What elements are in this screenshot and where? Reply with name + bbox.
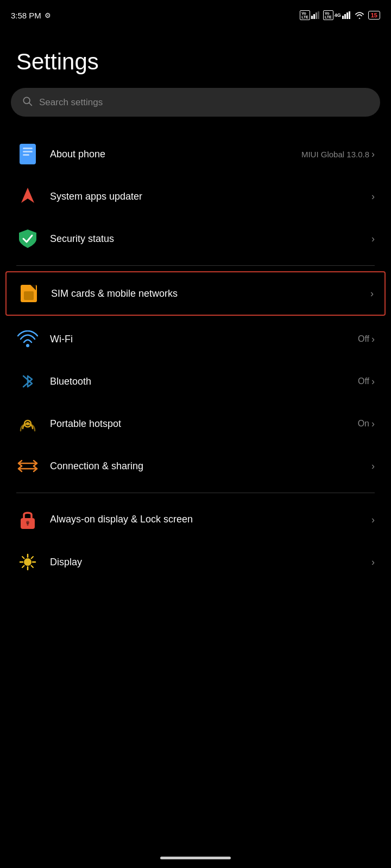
- svg-rect-2: [316, 12, 317, 19]
- svg-rect-17: [24, 291, 34, 300]
- status-icons: VoLTE VoLTE 4G 1: [300, 10, 380, 20]
- volte-badge-1: VoLTE: [300, 10, 310, 20]
- time-text: 3:58 PM: [11, 11, 41, 20]
- wifi-label: Wi-Fi: [50, 334, 73, 345]
- settings-gear-icon: ⚙: [45, 11, 51, 20]
- sim-cards-label: SIM cards & mobile networks: [51, 288, 178, 299]
- hotspot-value: On: [358, 419, 369, 429]
- svg-line-29: [22, 557, 24, 559]
- settings-item-connection-sharing[interactable]: Connection & sharing ›: [0, 445, 391, 487]
- svg-line-9: [29, 103, 32, 106]
- home-indicator: [160, 857, 231, 859]
- about-phone-right: MIUI Global 13.0.8 ›: [301, 149, 375, 160]
- bluetooth-icon: [16, 370, 39, 393]
- about-phone-value: MIUI Global 13.0.8: [301, 150, 369, 159]
- signal-bars-2: [342, 11, 351, 19]
- svg-rect-23: [27, 522, 29, 526]
- about-phone-content: About phone MIUI Global 13.0.8 ›: [50, 149, 375, 160]
- search-container[interactable]: Search settings: [0, 88, 391, 133]
- display-content: Display ›: [50, 557, 375, 568]
- system-apps-content: System apps updater ›: [50, 191, 375, 202]
- svg-rect-12: [23, 151, 33, 152]
- about-phone-chevron: ›: [371, 149, 375, 160]
- settings-item-system-apps-updater[interactable]: System apps updater ›: [0, 175, 391, 218]
- always-on-display-chevron: ›: [371, 514, 375, 526]
- search-placeholder-text: Search settings: [39, 97, 103, 108]
- search-icon: [22, 95, 33, 109]
- connection-sharing-label: Connection & sharing: [50, 461, 143, 472]
- security-status-content: Security status ›: [50, 233, 375, 245]
- battery-level: 15: [371, 12, 377, 18]
- sim-cards-icon: [17, 282, 40, 305]
- section-top: About phone MIUI Global 13.0.8 › System …: [0, 133, 391, 260]
- bluetooth-chevron: ›: [371, 376, 375, 387]
- svg-rect-13: [23, 154, 29, 156]
- wifi-content: Wi-Fi Off ›: [50, 334, 375, 345]
- svg-rect-0: [311, 16, 313, 19]
- divider-2: [16, 493, 375, 493]
- bluetooth-value: Off: [358, 376, 369, 386]
- about-phone-icon: [16, 143, 39, 165]
- section-connectivity: SIM cards & mobile networks › Wi-Fi Off …: [0, 271, 391, 487]
- svg-marker-14: [21, 188, 34, 203]
- hotspot-label: Portable hotspot: [50, 418, 121, 430]
- settings-item-sim-cards[interactable]: SIM cards & mobile networks ›: [5, 271, 386, 316]
- security-status-chevron: ›: [371, 233, 375, 245]
- wifi-right: Off ›: [358, 334, 375, 345]
- settings-item-bluetooth[interactable]: Bluetooth Off ›: [0, 360, 391, 403]
- sim-cards-chevron: ›: [370, 288, 374, 299]
- settings-item-security-status[interactable]: Security status ›: [0, 218, 391, 260]
- search-bar[interactable]: Search settings: [11, 88, 380, 117]
- signal-group-2: VoLTE 4G: [323, 10, 351, 20]
- signal-bars-1: [311, 11, 320, 19]
- volte-badge-2: VoLTE: [323, 10, 333, 20]
- status-bar: 3:58 PM ⚙ VoLTE VoLTE 4G: [0, 0, 391, 27]
- about-phone-label: About phone: [50, 149, 105, 160]
- wifi-icon: [16, 328, 39, 350]
- display-label: Display: [50, 557, 82, 568]
- connection-sharing-right: ›: [371, 461, 375, 472]
- svg-line-31: [22, 566, 24, 568]
- always-on-display-right: ›: [371, 514, 375, 526]
- svg-point-24: [24, 558, 31, 566]
- hotspot-right: On ›: [358, 418, 375, 430]
- settings-item-hotspot[interactable]: Portable hotspot On ›: [0, 403, 391, 445]
- svg-rect-4: [342, 16, 344, 19]
- svg-point-18: [26, 344, 29, 347]
- settings-item-display[interactable]: Display ›: [0, 541, 391, 583]
- always-on-display-label: Always-on display & Lock screen: [50, 513, 193, 526]
- divider-1: [16, 265, 375, 266]
- settings-item-about-phone[interactable]: About phone MIUI Global 13.0.8 ›: [0, 133, 391, 175]
- display-right: ›: [371, 557, 375, 568]
- security-status-icon: [16, 227, 39, 250]
- section-display: Always-on display & Lock screen › Disp: [0, 499, 391, 583]
- system-apps-chevron: ›: [371, 191, 375, 202]
- bluetooth-label: Bluetooth: [50, 376, 91, 387]
- sim-cards-right: ›: [370, 288, 374, 299]
- connection-sharing-content: Connection & sharing ›: [50, 461, 375, 472]
- sim-cards-content: SIM cards & mobile networks ›: [51, 288, 374, 299]
- 4g-badge: 4G: [335, 12, 341, 18]
- svg-rect-5: [344, 14, 346, 19]
- always-on-display-content: Always-on display & Lock screen ›: [50, 513, 375, 526]
- settings-item-wifi[interactable]: Wi-Fi Off ›: [0, 318, 391, 360]
- signal-group-1: VoLTE: [300, 10, 320, 20]
- security-status-label: Security status: [50, 233, 114, 245]
- status-time: 3:58 PM ⚙: [11, 11, 51, 20]
- svg-rect-1: [313, 14, 315, 19]
- display-icon: [16, 551, 39, 573]
- bluetooth-content: Bluetooth Off ›: [50, 376, 375, 387]
- svg-rect-3: [318, 11, 319, 19]
- hotspot-content: Portable hotspot On ›: [50, 418, 375, 430]
- page-title: Settings: [0, 27, 391, 88]
- security-status-right: ›: [371, 233, 375, 245]
- svg-line-30: [31, 566, 34, 568]
- svg-rect-11: [23, 148, 33, 149]
- display-chevron: ›: [371, 557, 375, 568]
- hotspot-icon: [16, 412, 39, 435]
- always-on-display-icon: [16, 508, 39, 531]
- connection-sharing-icon: [16, 455, 39, 477]
- settings-item-always-on-display[interactable]: Always-on display & Lock screen ›: [0, 499, 391, 541]
- system-apps-updater-icon: [16, 185, 39, 208]
- svg-rect-7: [349, 11, 350, 19]
